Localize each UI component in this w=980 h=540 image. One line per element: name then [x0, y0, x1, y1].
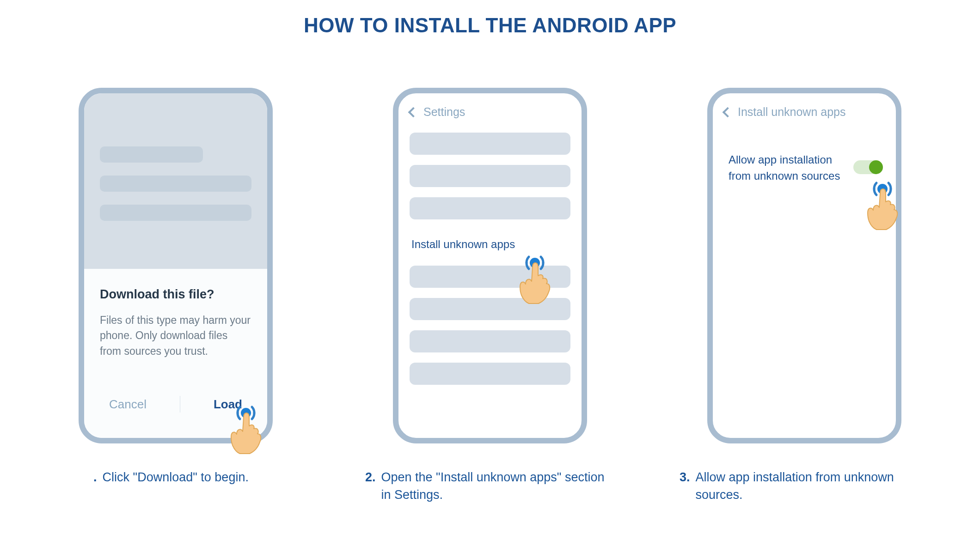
allow-installation-toggle[interactable] — [853, 160, 882, 174]
download-dialog: Download this file? Files of this type m… — [84, 269, 267, 438]
phone-mockup-3: Install unknown apps Allow app installat… — [707, 88, 901, 443]
load-button[interactable]: Load — [214, 397, 242, 412]
step-caption: . Click "Download" to begin. — [93, 469, 249, 486]
step-text: Allow app installation from unknown sour… — [696, 469, 929, 504]
placeholder-bar — [100, 146, 203, 163]
step-text: Open the "Install unknown apps" section … — [381, 469, 615, 504]
placeholder-bar — [410, 266, 570, 288]
step-caption: 3. Allow app installation from unknown s… — [680, 469, 929, 504]
placeholder-bar — [410, 197, 570, 219]
chevron-left-icon — [723, 107, 733, 117]
placeholder-bar — [410, 165, 570, 187]
dialog-body: Files of this type may harm your phone. … — [100, 313, 251, 359]
step-3: Install unknown apps Allow app installat… — [656, 88, 952, 504]
step-caption: 2. Open the "Install unknown apps" secti… — [365, 469, 615, 504]
cancel-button[interactable]: Cancel — [109, 397, 147, 412]
placeholder-bar — [100, 205, 251, 221]
allow-installation-row: Allow app installation from unknown sour… — [713, 123, 896, 184]
settings-back-header[interactable]: Settings — [398, 93, 582, 123]
toggle-handle — [869, 160, 883, 174]
step-number: 3. — [680, 469, 690, 486]
browser-background — [84, 93, 267, 269]
allow-installation-label: Allow app installation from unknown sour… — [729, 152, 844, 184]
steps-row: Download this file? Files of this type m… — [14, 88, 966, 504]
install-unknown-apps-link[interactable]: Install unknown apps — [410, 230, 570, 266]
settings-list: Install unknown apps — [398, 123, 582, 385]
placeholder-bar — [410, 330, 570, 352]
step-text: Click "Download" to begin. — [103, 469, 249, 486]
unknown-apps-header-label: Install unknown apps — [738, 105, 845, 119]
placeholder-bar — [410, 133, 570, 155]
phone-mockup-2: Settings Install unknown apps — [393, 88, 587, 443]
step-2: Settings Install unknown apps 2. O — [342, 88, 638, 504]
step-1: Download this file? Files of this type m… — [28, 88, 324, 504]
settings-header-label: Settings — [423, 105, 465, 119]
step-number: 2. — [365, 469, 376, 486]
page-title: HOW TO INSTALL THE ANDROID APP — [14, 14, 966, 37]
placeholder-bar — [100, 176, 251, 192]
phone-mockup-1: Download this file? Files of this type m… — [79, 88, 273, 443]
dialog-title: Download this file? — [100, 287, 251, 302]
chevron-left-icon — [408, 107, 419, 117]
unknown-apps-back-header[interactable]: Install unknown apps — [713, 93, 896, 123]
placeholder-bar — [410, 363, 570, 385]
placeholder-bar — [410, 298, 570, 320]
action-separator — [180, 396, 180, 413]
step-number: . — [93, 469, 97, 486]
